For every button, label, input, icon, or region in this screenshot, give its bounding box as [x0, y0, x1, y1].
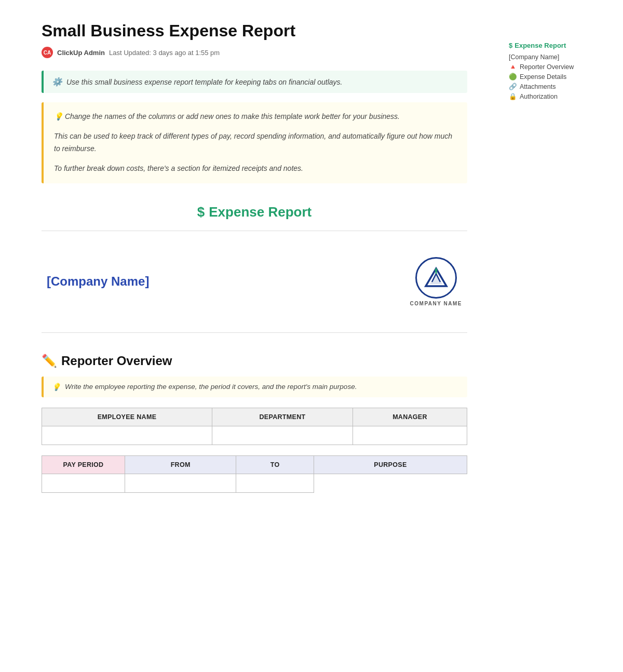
company-nav-label: [Company Name]: [509, 53, 559, 61]
pay-period-data-row: [42, 474, 467, 492]
yellow-p2: This can be used to keep track of differ…: [54, 130, 457, 155]
department-cell[interactable]: [212, 426, 353, 445]
sidebar: $ Expense Report [Company Name] 🔺 Report…: [509, 42, 592, 101]
col-employee-name: EMPLOYEE NAME: [42, 408, 212, 426]
pay-period-label-cell: PAY PERIOD: [42, 455, 125, 474]
attachments-nav-label: Attachments: [520, 83, 556, 90]
employee-table-header-row: EMPLOYEE NAME DEPARTMENT MANAGER: [42, 408, 467, 426]
auth-nav-label: Authorization: [520, 93, 558, 100]
sidebar-item-company[interactable]: [Company Name]: [509, 52, 592, 62]
yellow-p3: To further break down costs, there's a s…: [54, 163, 457, 175]
info-box-green: ⚙️ Use this small business expense repor…: [42, 71, 467, 93]
employee-table-row: [42, 426, 467, 445]
bulb-icon-1: 💡: [54, 112, 65, 120]
sidebar-dollar-icon: $: [509, 42, 512, 49]
employee-table: EMPLOYEE NAME DEPARTMENT MANAGER: [42, 408, 467, 445]
expense-report-heading: $ Expense Report: [42, 204, 467, 220]
green-box-icon: ⚙️: [52, 77, 62, 87]
reporter-emoji: ✏️: [42, 354, 57, 368]
divider-1: [42, 231, 467, 231]
meta-row: CA ClickUp Admin Last Updated: 3 days ag…: [42, 47, 467, 58]
employee-name-cell[interactable]: [42, 426, 212, 445]
author-name: ClickUp Admin: [57, 49, 105, 57]
expense-nav-label: Expense Details: [520, 73, 566, 80]
yellow-p1: 💡 Change the names of the columns or add…: [54, 111, 457, 123]
reporter-hint-text: Write the employee reporting the expense…: [65, 383, 357, 391]
pay-period-header-row: PAY PERIOD FROM TO PURPOSE: [42, 455, 467, 474]
from-cell[interactable]: [42, 474, 125, 492]
expense-report-title: Expense Report: [209, 204, 312, 220]
reporter-nav-label: Reporter Overview: [520, 63, 574, 71]
hint-bulb-icon: 💡: [52, 383, 61, 391]
attachments-nav-icon: 🔗: [509, 83, 517, 90]
auth-nav-icon: 🔒: [509, 92, 517, 100]
page-title: Small Business Expense Report: [42, 21, 467, 41]
logo-text: COMPANY NAME: [410, 301, 462, 306]
divider-2: [42, 332, 467, 333]
main-layout: Small Business Expense Report CA ClickUp…: [0, 0, 623, 524]
avatar: CA: [42, 47, 53, 58]
content-area: Small Business Expense Report CA ClickUp…: [42, 21, 467, 503]
expense-nav-icon: 🟢: [509, 73, 517, 80]
purpose-cell[interactable]: [236, 474, 314, 492]
sidebar-item-reporter[interactable]: 🔺 Reporter Overview: [509, 62, 592, 72]
col-manager: MANAGER: [353, 408, 467, 426]
company-name: [Company Name]: [47, 274, 149, 289]
col-to: TO: [236, 455, 314, 474]
green-box-text: Use this small business expense report t…: [66, 78, 343, 86]
manager-cell[interactable]: [353, 426, 467, 445]
logo-svg: [424, 265, 449, 290]
reporter-heading: ✏️ Reporter Overview: [42, 354, 467, 368]
logo-circle: [415, 257, 457, 299]
sidebar-item-attachments[interactable]: 🔗 Attachments: [509, 82, 592, 91]
pay-period-table: PAY PERIOD FROM TO PURPOSE: [42, 455, 467, 493]
col-from: FROM: [125, 455, 236, 474]
col-department: DEPARTMENT: [212, 408, 353, 426]
company-logo: COMPANY NAME: [410, 257, 462, 306]
last-updated: Last Updated: 3 days ago at 1:55 pm: [109, 49, 220, 57]
reporter-nav-icon: 🔺: [509, 63, 517, 71]
col-purpose: PURPOSE: [314, 455, 467, 474]
info-box-yellow: 💡 Change the names of the columns or add…: [42, 102, 467, 183]
sidebar-title: $ Expense Report: [509, 42, 592, 49]
dollar-icon: $: [197, 204, 205, 220]
company-section: [Company Name] COMPANY NAME: [42, 241, 467, 322]
to-cell[interactable]: [125, 474, 236, 492]
sidebar-item-expense-details[interactable]: 🟢 Expense Details: [509, 72, 592, 82]
sidebar-item-authorization[interactable]: 🔒 Authorization: [509, 91, 592, 101]
reporter-section: ✏️ Reporter Overview 💡 Write the employe…: [42, 354, 467, 493]
reporter-hint-box: 💡 Write the employee reporting the expen…: [42, 377, 467, 397]
